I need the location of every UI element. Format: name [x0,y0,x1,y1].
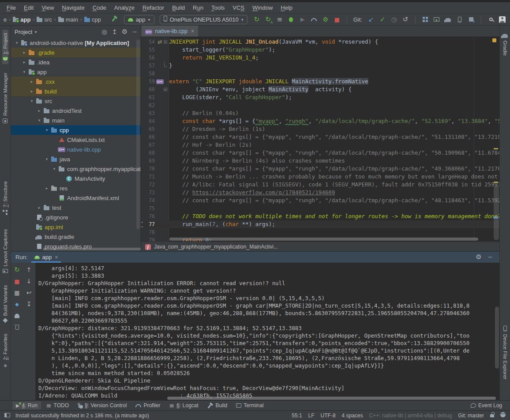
console-horizontal-scrollbar[interactable] [167,397,496,400]
menu-view[interactable]: View [38,3,58,12]
run-settings-button[interactable]: ⚙ [473,252,484,263]
menu-analyze[interactable]: Analyze [110,3,139,12]
tree-arrow-icon[interactable]: ▸ [21,50,27,55]
code-line-61[interactable]: 61 LOGE(stderr, "Call GraphHopper"); [141,93,499,101]
menu-refactor[interactable]: Refactor [139,3,168,12]
project-tree-item-gitignore[interactable]: .gitignore [11,212,141,222]
menu-navigate[interactable]: Navigate [58,3,88,12]
git-rollback-button[interactable]: ↺ [400,14,411,25]
tree-arrow-icon[interactable]: ▸ [44,186,50,190]
project-panel-title[interactable]: Project [15,29,32,35]
tree-arrow-icon[interactable]: ▸ [29,79,35,84]
code-line-57[interactable]: 57 } [141,62,499,70]
code-line-68[interactable]: 68 // const char *args[] = {"myapp", "ru… [141,149,499,157]
tool-window-tab-7-structure[interactable]: 7: Structure [2,178,8,218]
hide-button[interactable]: ─ [130,27,140,37]
menu-file[interactable]: File [3,3,20,12]
code-line-62[interactable]: 62 [141,101,499,109]
code-line-70[interactable]: 70 // const char *args[] = {"myapp", "ru… [141,165,499,173]
project-tree-item-app-iml[interactable]: app.iml [11,222,141,232]
tool-window-tab-gradle[interactable]: Gradle [502,30,508,59]
code-line-69[interactable]: 69 // Nürnberg -> Berlin (4s) also crash… [141,157,499,165]
restore-layout-button[interactable]: ▦ [12,287,22,298]
menu-run[interactable]: Run [189,3,207,12]
tree-arrow-icon[interactable]: ▾ [36,118,42,123]
project-tree-item-res[interactable]: ▸ res [11,183,141,193]
git-commit-button[interactable]: ✓ [377,14,388,25]
pin-tab-button[interactable]: ◆ [12,299,22,309]
tool-window-button-event-log[interactable]: Event Log [467,401,506,409]
breadcrumb-src[interactable]: src [37,16,52,23]
settings-button[interactable]: ⚙ [120,27,130,37]
editor-horizontal-scrollbar[interactable] [169,238,478,241]
locate-button[interactable]: ◎ [99,27,109,37]
code-line-65[interactable]: 65 // Dresden -> Berlin (1s) [141,125,499,133]
project-structure-button[interactable] [420,14,431,25]
print-console-button[interactable] [12,310,22,321]
inspections-indicator[interactable] [492,38,496,42]
code-line-76[interactable]: 76 // TODO does not work multiple times … [141,212,499,220]
tree-vertical-scrollbar[interactable] [136,40,140,229]
rerun-app-button[interactable]: ↻ [12,264,22,275]
next-occurrence-button[interactable]: ↓ [24,276,34,286]
code-line-77[interactable]: ▸▸ 77 run_main(7, (char **) args); [141,220,499,228]
code-line-72[interactable]: 72 // A/libc: Fatal signal 11 (SIGSEGV),… [141,181,499,189]
soft-wrap-button[interactable]: ↩ [24,287,34,298]
apply-changes-button[interactable]: ↻ [251,14,262,25]
editor-tab-native-lib-cpp[interactable]: C++ native-lib.cpp × [141,26,198,37]
warning-stripe-mark[interactable] [494,182,498,183]
tool-window-button-4-run[interactable]: ▶4: Run [12,401,41,409]
tool-window-button-todo[interactable]: ≡TODO [43,401,72,409]
tool-window-tab-2-favorites[interactable]: ★2: Favorites [2,331,8,372]
tree-arrow-icon[interactable]: ▾ [44,157,50,161]
search-everywhere-button[interactable] [485,14,497,25]
tree-arrow-icon[interactable]: ▸ [21,60,27,64]
tool-window-tab-1-project[interactable]: 1: Project [2,30,8,64]
tool-window-button-6-logcat[interactable]: ≡6: Logcat [165,401,202,409]
menu-code[interactable]: Code [89,3,110,12]
code-line-63[interactable]: 63 // Berlin (0.04s) [141,109,499,117]
code-line-55[interactable]: 55 start_logger("GraphHopper"); [141,46,499,54]
tool-window-button-build[interactable]: Build [204,401,231,409]
tree-arrow-icon[interactable]: ▾ [21,70,27,74]
project-tree-item-cpp[interactable]: ▾ cpp [11,125,141,135]
line-separator[interactable]: LF [308,413,315,419]
tree-arrow-icon[interactable]: ▸ [29,89,35,93]
close-tab-icon[interactable]: × [190,28,194,34]
code-line-58[interactable]: 58 [141,70,499,78]
run-tab-app[interactable]: app × [31,252,61,263]
run-configuration-select[interactable]: app▾ [124,15,154,24]
code-line-66[interactable]: 66 // const char *args[] = {"myapp", "ru… [141,133,499,141]
breadcrumb-cpp[interactable]: cpp [84,16,101,23]
tool-window-button-9-version-control[interactable]: 9: Version Control [74,401,130,409]
code-line-75[interactable]: 75 [141,204,499,212]
clear-console-button[interactable] [12,322,22,332]
code-line-73[interactable]: 73 // https://stackoverflow.com/q/178405… [141,189,499,197]
tree-arrow-icon[interactable]: ▸ [36,108,42,113]
tree-arrow-icon[interactable]: ▸ [36,205,42,210]
tool-window-tab-layout-captures[interactable]: Layout Captures [2,226,8,276]
project-tree-item-com-graphhopper-myapplication[interactable]: ▾ com.graphhopper.myapplication [11,164,141,174]
project-tree-item-build[interactable]: ▸ build [11,86,141,96]
project-tree-item-androidtest[interactable]: ▸ androidTest [11,106,141,115]
project-tree-item-main[interactable]: ▾ main [11,115,141,125]
stop-button[interactable]: ■ [331,14,343,25]
git-update-button[interactable]: ↙ [365,14,377,25]
project-tree-item-java[interactable]: ▾ java [11,154,141,164]
console-vertical-scrollbar[interactable] [495,307,499,368]
readonly-toggle-button[interactable] [490,413,494,419]
project-tree-item-gradle[interactable]: ▸ .gradle [11,48,141,57]
code-line-64[interactable]: 64 const char *args[] = {"myapp", "rungh… [141,117,499,125]
code-line-59[interactable]: 59 C++ extern "C" JNIEXPORT jdouble JNIC… [141,78,499,85]
gradle-sync-button[interactable] [442,14,454,25]
code-line-54[interactable]: 54 ⇄ JNIEXPORT jint JNICALL JNI_OnLoad(J… [141,38,499,46]
tool-window-tab-build-variants[interactable]: Build Variants [2,282,8,325]
close-run-tab-icon[interactable]: × [54,254,58,260]
tree-arrow-icon[interactable]: ▾ [29,99,35,103]
tool-window-button-profiler[interactable]: Profiler [132,401,164,409]
warning-stripe-mark[interactable] [494,148,498,149]
menu-help[interactable]: Help [277,3,296,12]
sdk-manager-button[interactable] [454,14,465,25]
previous-occurrence-button[interactable]: ↑ [24,264,34,275]
project-tree-item-build-gradle[interactable]: build.gradle [11,232,141,242]
